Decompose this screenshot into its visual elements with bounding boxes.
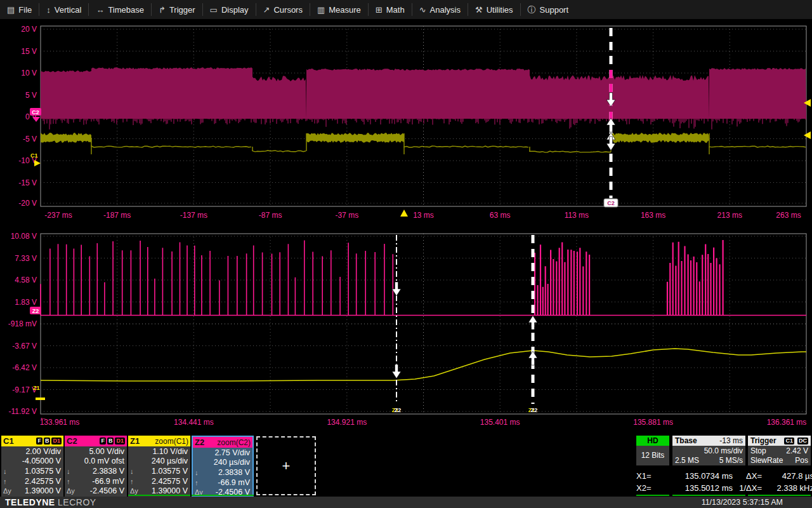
cursor-arrow-down (392, 364, 401, 378)
c2-trace: C2 (30, 67, 806, 130)
trigger-label: Trigger (750, 436, 776, 445)
row-prefix: ↑ (195, 479, 206, 486)
hd-bits: 12 Bits (636, 446, 669, 465)
z1-zero-marker (36, 398, 45, 400)
descriptor-title: C2 (67, 436, 77, 446)
tbase-active-indicator (672, 495, 745, 496)
row-value: 2.75 V/div (214, 448, 250, 457)
descriptor-row-value: 240 µs/div (193, 458, 252, 468)
row-prefix: ↓ (130, 467, 141, 475)
x-axis-tick-label: -237 ms (44, 211, 72, 220)
x-axis-tick-label: 135.881 ms (633, 418, 673, 427)
descriptor-c2[interactable]: C2FBD15.00 V/div0.0 mV ofst↓2.3838 V↑-66… (65, 436, 127, 497)
descriptor-row-value: ↓1.03575 V (1, 466, 63, 476)
y-axis-tick-label: 10.08 V (11, 232, 37, 241)
brand-lecroy: LECROY (58, 497, 96, 507)
x2-value: 135.5012 ms (662, 483, 733, 495)
x-axis-tick-label: 134.441 ms (174, 418, 214, 427)
cursor-arrow-up (528, 316, 537, 330)
descriptor-row-value: ↑-66.9 mV (65, 476, 127, 486)
row-value: 2.00 V/div (25, 447, 61, 456)
y-axis-tick-label: -20 V (18, 199, 37, 208)
cursor-label: Z2 (395, 407, 402, 413)
row-value: 0.0 mV ofst (84, 457, 124, 465)
x-axis-tick-label: 263 ms (776, 211, 801, 220)
c1-zero-arrow (34, 160, 41, 166)
row-prefix: ↑ (130, 478, 141, 485)
add-trace-button[interactable]: + (256, 436, 316, 495)
cursor-arrow-up (606, 118, 615, 132)
x-axis-tick-label: 135.401 ms (480, 418, 520, 427)
row-value: 1.03575 V (25, 467, 61, 476)
x-axis-tick-label: 213 ms (717, 211, 742, 220)
z2-active-indicator (192, 495, 254, 496)
x-axis-tick-label: 113 ms (565, 211, 589, 220)
row-value: -4.05000 V (22, 457, 61, 465)
zoom-cursor-label: C2 (607, 200, 615, 206)
row-value: 5.00 V/div (89, 447, 124, 456)
x-axis-tick-label: 163 ms (641, 211, 665, 220)
x-axis-tick-label: -87 ms (259, 211, 282, 220)
c1-zero-label[interactable]: C1 (30, 152, 38, 159)
row-prefix: ↑ (67, 478, 78, 485)
y-axis-tick-label: -11.92 V (9, 407, 37, 416)
descriptor-badges: FBD1 (36, 438, 62, 444)
badge-b: B (107, 438, 114, 444)
zero-marker-label: Z2 (32, 308, 39, 314)
descriptor-title: C1 (3, 436, 14, 446)
row-value: 2.3838 V (218, 468, 250, 477)
z1-zero-label[interactable]: Z1 (33, 385, 40, 391)
descriptor-row-value: 2.75 V/div (193, 448, 252, 458)
descriptor-z2[interactable]: Z2zoom(C2)2.75 V/div240 µs/div↓2.3838 V↑… (192, 436, 254, 497)
trigger-badge-c1: C1 (784, 438, 794, 444)
y-axis-tick-label: -6.42 V (12, 363, 37, 372)
row-prefix: ↓ (195, 469, 206, 476)
descriptor-subtitle: zoom(C2) (217, 438, 251, 447)
timebase-box[interactable]: Tbase -13 ms 50.0 ms/div 2.5 MS 5 MS/s (672, 436, 745, 465)
descriptor-header: Z1zoom(C1) (128, 436, 190, 446)
row-prefix: ↓ (3, 467, 15, 475)
trigger-badge-dc: DC (797, 438, 808, 444)
descriptor-title: Z2 (195, 438, 204, 447)
descriptor-title: Z1 (130, 436, 140, 446)
badge-d1: D1 (115, 438, 125, 444)
row-value: 1.10 V/div (152, 447, 188, 456)
x-axis-tick-label: 136.361 ms (767, 418, 807, 427)
trigger-position-marker[interactable] (400, 210, 408, 217)
hd-badge: HD (636, 436, 669, 446)
row-value: -66.9 mV (218, 478, 250, 487)
row-value: 2.42575 V (25, 477, 61, 486)
descriptor-row-value: ↓2.3838 V (65, 466, 127, 476)
z1-trace: Z1 (33, 349, 806, 400)
row-prefix: Δy (67, 487, 78, 495)
x-axis-tick-label: -187 ms (103, 211, 131, 220)
trigger-level-marker[interactable] (804, 131, 811, 139)
descriptor-row-value: 1.10 V/div (128, 446, 190, 457)
row-value: -2.4506 V (90, 486, 124, 495)
pan-left-arrow[interactable]: ← (39, 413, 47, 422)
timebase-samples: 2.5 MS (675, 456, 699, 465)
trigger-level: 2.42 V (786, 446, 808, 455)
descriptor-row-value: ↑2.42575 V (1, 476, 63, 486)
badge-b: B (44, 438, 51, 444)
invdx-value: 2.338 kHz (766, 483, 812, 495)
row-value: 2.42575 V (152, 477, 188, 486)
plus-icon: + (282, 458, 291, 474)
descriptor-row-value: 2.00 V/div (1, 446, 63, 457)
trigger-box[interactable]: Trigger C1DC Stop 2.42 V SlewRate Pos (748, 436, 811, 465)
y-axis-tick-label: -5 V (23, 135, 37, 144)
descriptor-z1[interactable]: Z1zoom(C1)1.10 V/div240 µs/div↓1.03575 V… (128, 436, 190, 497)
invdx-label: 1/ΔX= (733, 483, 766, 495)
trigger-type: SlewRate (750, 456, 783, 465)
badge-f: F (100, 438, 106, 444)
cursor-readout: X1= 135.0734 ms ΔX= 427.8 µs X2= 135.501… (636, 471, 812, 495)
axis-labels: 10.08 V7.33 V4.58 V1.83 V-918 mV-3.67 V-… (8, 232, 807, 427)
descriptor-row-value: ↓2.3838 V (193, 467, 252, 478)
descriptor-row-value: Δy1.39000 V (1, 486, 63, 496)
descriptor-row-value: -4.05000 V (1, 457, 63, 467)
descriptor-c1[interactable]: C1FBD12.00 V/div-4.05000 V↓1.03575 V↑2.4… (1, 436, 63, 497)
zero-marker-label: C2 (32, 109, 39, 116)
hd-active-indicator (636, 495, 669, 496)
hd-mode-box[interactable]: HD 12 Bits (636, 436, 669, 465)
descriptor-header: Z2zoom(C2) (193, 437, 252, 448)
